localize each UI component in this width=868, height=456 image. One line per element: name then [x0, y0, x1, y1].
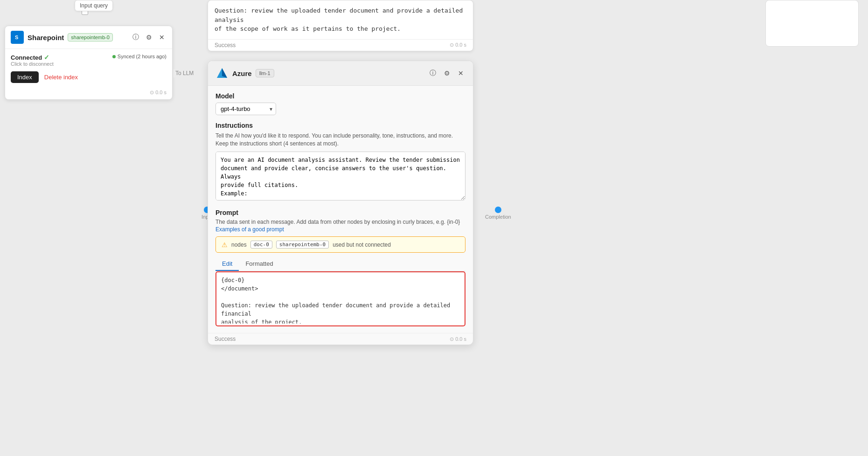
completion-connector-dot: [495, 207, 501, 213]
synced-dot: [112, 55, 116, 58]
delete-index-button[interactable]: Delete index: [44, 74, 78, 81]
azure-time-badge: ⊙ 0.0 s: [450, 336, 466, 342]
svg-text:S: S: [15, 35, 18, 40]
prompt-link[interactable]: Examples of a good prompt: [215, 226, 284, 233]
top-success-badge: Success: [215, 42, 236, 48]
model-select[interactable]: gpt-4-turbo: [215, 103, 276, 115]
prompt-textarea[interactable]: {doc-0} </document> Question: review the…: [216, 272, 465, 324]
warning-text: nodes: [231, 242, 247, 248]
warning-icon: ⚠: [222, 241, 228, 249]
sharepoint-badge: sharepointemb-0: [68, 33, 113, 41]
settings-icon[interactable]: ⚙: [144, 33, 153, 42]
to-llm-label: To LLM: [174, 69, 195, 77]
sharepoint-card: S Sharepoint sharepointemb-0 ⓘ ⚙ ✕ Conne…: [5, 26, 173, 100]
warning-node1-badge: doc-0: [250, 241, 272, 249]
prompt-tab-row: Edit Formatted: [215, 257, 465, 271]
prompt-desc: The data sent in each message. Add data …: [215, 218, 465, 234]
input-query-label: Input query: [80, 2, 108, 9]
model-select-wrapper: gpt-4-turbo: [215, 103, 276, 115]
warning-suffix: used but not connected: [333, 242, 391, 248]
index-button[interactable]: Index: [11, 71, 39, 83]
completion-label: Completion: [485, 214, 511, 220]
click-disconnect[interactable]: Click to disconnect: [11, 61, 54, 67]
input-query-node: Input query: [75, 0, 113, 11]
azure-settings-icon[interactable]: ⚙: [442, 69, 451, 78]
top-textarea-text: Question: review the uploaded tender doc…: [215, 7, 463, 32]
sharepoint-footer-time: ⊙ 0.0 s: [5, 88, 172, 99]
model-select-row: gpt-4-turbo: [215, 103, 465, 115]
tab-edit[interactable]: Edit: [215, 257, 239, 271]
azure-close-icon[interactable]: ✕: [456, 69, 465, 78]
right-node: [765, 0, 859, 47]
synced-label: Synced (2 hours ago): [112, 54, 167, 59]
top-textarea-node: Question: review the uploaded tender doc…: [208, 0, 473, 51]
azure-card-body: Model gpt-4-turbo Instructions Tell the …: [208, 86, 473, 333]
card-actions: Index Delete index: [11, 71, 167, 83]
sharepoint-header-icons: ⓘ ⚙ ✕: [131, 33, 167, 42]
azure-card-header: Azure llm-1 ⓘ ⚙ ✕: [208, 61, 473, 86]
top-textarea-footer: Success ⊙ 0.0 s: [208, 39, 473, 51]
azure-logo-icon: [215, 67, 229, 80]
azure-info-icon[interactable]: ⓘ: [428, 69, 437, 78]
prompt-textarea-wrapper: {doc-0} </document> Question: review the…: [215, 271, 465, 326]
sharepoint-title: Sharepoint: [28, 34, 64, 41]
check-icon: ✓: [44, 54, 49, 61]
instructions-section-title: Instructions: [215, 122, 465, 129]
sharepoint-logo: S: [11, 31, 24, 44]
warning-box: ⚠ nodes doc-0 sharepointemb-0 used but n…: [215, 236, 465, 253]
azure-title: Azure: [232, 69, 252, 77]
azure-card-footer: Success ⊙ 0.0 s: [208, 333, 473, 345]
azure-header-icons: ⓘ ⚙ ✕: [428, 69, 465, 78]
connected-label: Connected ✓: [11, 54, 54, 61]
warning-node2-badge: sharepointemb-0: [276, 241, 329, 249]
canvas: Input query Question: review the uploade…: [0, 0, 868, 456]
prompt-section-title: Prompt: [215, 209, 465, 216]
info-icon[interactable]: ⓘ: [131, 33, 140, 42]
tab-formatted[interactable]: Formatted: [239, 257, 279, 271]
close-icon[interactable]: ✕: [157, 33, 167, 42]
completion-connector-area: Completion: [485, 207, 511, 220]
azure-badge: llm-1: [256, 69, 274, 77]
connected-section: Connected ✓ Click to disconnect Synced (…: [11, 54, 167, 67]
azure-success-badge: Success: [215, 336, 236, 342]
instructions-textarea[interactable]: You are an AI document analysis assistan…: [215, 152, 465, 200]
instructions-desc: Tell the AI how you'd like it to respond…: [215, 132, 465, 148]
top-time-badge: ⊙ 0.0 s: [450, 42, 466, 48]
sharepoint-card-header: S Sharepoint sharepointemb-0 ⓘ ⚙ ✕: [5, 26, 172, 49]
azure-card: Azure llm-1 ⓘ ⚙ ✕ Model gpt-4-turbo Inst…: [208, 61, 473, 345]
connected-left: Connected ✓ Click to disconnect: [11, 54, 54, 67]
sharepoint-card-body: Connected ✓ Click to disconnect Synced (…: [5, 49, 172, 88]
top-textarea-content: Question: review the uploaded tender doc…: [208, 0, 473, 39]
model-section-title: Model: [215, 92, 465, 100]
